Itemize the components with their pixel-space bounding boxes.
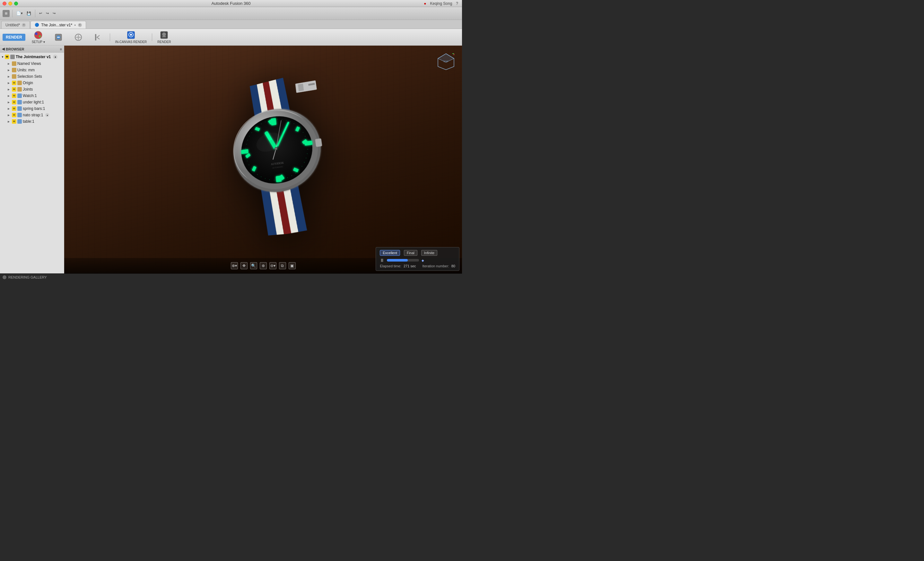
- zoom-in-icon[interactable]: ⊕: [260, 262, 267, 269]
- zoom-icon[interactable]: 🔍: [250, 262, 257, 269]
- render-sep-2: [152, 33, 152, 41]
- canvas-render-icon: [126, 30, 135, 39]
- tree-item-units[interactable]: ▶ Units: mm: [0, 67, 64, 73]
- browser-title: BROWSER: [6, 47, 24, 51]
- expand-icon: ▶: [8, 120, 11, 123]
- file-button[interactable]: 📄▾: [15, 11, 24, 16]
- in-canvas-label: IN-CANVAS RENDER: [115, 40, 147, 44]
- component-icon: [17, 119, 22, 124]
- item-label-watch: Watch:1: [23, 93, 37, 98]
- viewport-mode-icon[interactable]: ▣: [289, 262, 296, 269]
- item-label-named-views: Named Views: [17, 62, 41, 66]
- progress-row: ⏸ ◆: [380, 258, 455, 263]
- eye-icon: 👁: [12, 81, 16, 85]
- item-label-origin: Origin: [23, 81, 33, 85]
- display-mode-icon[interactable]: ⧉: [279, 262, 286, 269]
- render-mode-button[interactable]: RENDER: [3, 34, 26, 41]
- render-icon: [160, 30, 168, 39]
- tab-untitled-close[interactable]: ✕: [22, 23, 26, 27]
- minimize-button[interactable]: [8, 2, 12, 6]
- orientation-cube[interactable]: TOP: [436, 52, 456, 71]
- user-name[interactable]: Keqing Song: [430, 1, 452, 6]
- svg-rect-14: [162, 36, 166, 37]
- render-quality-panel: Excellent Final Infinite ⏸ ◆ Elapsed tim…: [376, 247, 459, 271]
- browser-collapse-icon[interactable]: ◀: [2, 47, 4, 51]
- tree-item-under-light[interactable]: ▶ 👁 under light:1: [0, 99, 64, 105]
- svg-rect-8: [95, 34, 96, 41]
- help-icon[interactable]: ?: [456, 1, 458, 6]
- browser-tree: ▼ 👁 The Jointmaster v1 ● ▶ Named Views ▶…: [0, 53, 64, 274]
- elapsed-label: Elapsed time: 271 sec: [380, 264, 416, 268]
- render-progress-fill: [387, 259, 408, 262]
- progress-diamond: ◆: [422, 259, 424, 262]
- tab-untitled-label: Untitled*: [6, 23, 20, 27]
- scene-settings-button[interactable]: [49, 32, 68, 43]
- undo-button[interactable]: ↩: [38, 11, 44, 16]
- nato-badge: ●: [45, 113, 49, 117]
- quality-infinite-button[interactable]: Infinite: [421, 250, 437, 256]
- eye-icon: 👁: [12, 119, 16, 124]
- tree-item-origin[interactable]: ▶ 👁 Origin: [0, 80, 64, 86]
- maximize-button[interactable]: [14, 2, 18, 6]
- redo-button[interactable]: ↪: [45, 11, 50, 16]
- expand-icon: ▶: [8, 114, 11, 117]
- window-title: Autodesk Fusion 360: [211, 1, 250, 6]
- snap-icon[interactable]: ⊕▾: [231, 262, 238, 269]
- status-label: RENDERING GALLERY: [8, 275, 47, 279]
- tree-item-named-views[interactable]: ▶ Named Views: [0, 60, 64, 67]
- tab-jointmaster[interactable]: 🔵 The Join...ster v1* ● ✕: [30, 21, 86, 29]
- pause-button[interactable]: ⏸: [380, 258, 384, 263]
- expand-icon: ▶: [8, 107, 11, 110]
- setup-appearance-button[interactable]: SETUP ▾: [28, 29, 48, 45]
- redo2-button[interactable]: ↪: [51, 11, 57, 16]
- tab-jointmaster-close[interactable]: ✕: [78, 23, 82, 27]
- traffic-lights: [3, 2, 18, 6]
- back-icon: [94, 33, 103, 42]
- tree-item-selection-sets[interactable]: ▶ Selection Sets: [0, 73, 64, 80]
- status-indicator: [3, 275, 6, 279]
- quality-final-button[interactable]: Final: [404, 250, 417, 256]
- render-button[interactable]: RENDER: [154, 29, 174, 45]
- item-label-under-light: under light:1: [23, 100, 44, 104]
- tree-root-item[interactable]: ▼ 👁 The Jointmaster v1 ●: [0, 53, 64, 60]
- titlebar: Autodesk Fusion 360 ● Keqing Song ?: [0, 0, 462, 7]
- expand-icon: ▶: [8, 62, 11, 65]
- render-viewport[interactable]: {/* Will render as ticks */}: [64, 46, 462, 274]
- appearance-icon: [34, 30, 43, 39]
- tree-item-spring-bars[interactable]: ▶ 👁 spring bars:1: [0, 105, 64, 112]
- back-button[interactable]: [88, 32, 108, 43]
- in-canvas-render-button[interactable]: IN-CANVAS RENDER: [112, 29, 150, 45]
- watch-render: {/* Will render as ticks */}: [90, 59, 462, 241]
- quality-excellent-button[interactable]: Excellent: [380, 250, 400, 256]
- render-info-row: Elapsed time: 271 sec Iteration number: …: [380, 264, 455, 268]
- tree-item-watch[interactable]: ▶ 👁 Watch:1: [0, 93, 64, 99]
- eye-icon: 👁: [12, 93, 16, 98]
- close-button[interactable]: [3, 2, 6, 6]
- browser-header: ◀ BROWSER ≡: [0, 46, 64, 53]
- main-toolbar: ⊞ 📄▾ 💾 ↩ ↪ ↪: [0, 7, 462, 20]
- expand-icon: ▶: [8, 81, 11, 84]
- apps-icon[interactable]: ⊞: [3, 10, 10, 17]
- tree-item-nato-strap[interactable]: ▶ 👁 nato strap:1 ●: [0, 112, 64, 118]
- svg-marker-64: [438, 54, 454, 62]
- pan-icon[interactable]: ✥: [240, 262, 248, 269]
- tab-untitled[interactable]: Untitled* ✕: [1, 21, 30, 29]
- tree-item-joints[interactable]: ▶ 👁 Joints: [0, 86, 64, 93]
- watch-svg: {/* Will render as ticks */}: [200, 66, 375, 241]
- tree-item-table[interactable]: ▶ 👁 table:1: [0, 118, 64, 125]
- save-button[interactable]: 💾: [26, 11, 32, 16]
- component-icon: [17, 93, 22, 98]
- component-icon: [17, 106, 22, 111]
- folder-icon: [12, 74, 16, 79]
- iteration-label: Iteration number: 80: [423, 264, 455, 268]
- item-label-table: table:1: [23, 119, 34, 124]
- folder-icon: [17, 81, 22, 85]
- root-badge: ●: [53, 55, 57, 59]
- render-settings-button[interactable]: [69, 32, 88, 43]
- render-progress-bar: [387, 259, 419, 262]
- svg-point-7: [77, 36, 79, 38]
- browser-menu-icon[interactable]: ≡: [60, 47, 62, 51]
- svg-point-1: [35, 32, 38, 35]
- zoom-out-icon[interactable]: ⊖▾: [269, 262, 276, 269]
- svg-rect-21: [298, 84, 303, 91]
